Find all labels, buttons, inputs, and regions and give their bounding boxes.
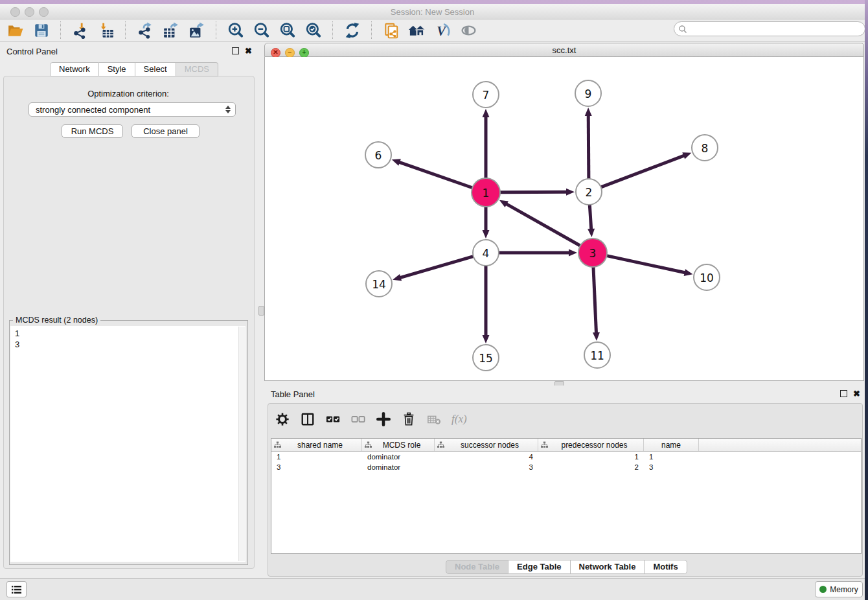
toolbar-separator [371,21,372,39]
graph-arrowhead [483,230,490,238]
optimization-criterion-select[interactable]: strongly connected component [29,102,236,117]
tab-select[interactable]: Select [135,62,176,76]
graph-edge-1-2[interactable] [500,192,568,192]
apply-layout-icon[interactable] [343,21,361,39]
graph-edge-1-6[interactable] [398,162,472,188]
maximize-icon[interactable]: + [299,48,309,58]
column-header-predecessor-nodes[interactable]: predecessor nodes [538,439,644,451]
graph-edge-4-14[interactable] [399,257,474,278]
float-panel-icon[interactable] [232,47,239,54]
run-mcds-button[interactable]: Run MCDS [62,124,123,138]
close-panel-button[interactable]: Close panel [131,124,200,138]
graph-node-label: 10 [700,271,714,284]
select-all-columns-icon[interactable] [325,411,341,427]
result-scrollbar[interactable] [238,327,246,561]
network-window-title: scc.txt [264,45,864,55]
graph-node-label: 8 [702,142,709,155]
graph-edge-3-1[interactable] [505,203,580,246]
tab-node-table[interactable]: Node Table [446,560,508,574]
shared-column-icon [274,441,281,448]
toolbar-separator [125,21,126,39]
memory-button[interactable]: Memory [815,581,863,597]
graph-edge-2-9[interactable] [588,114,589,179]
table-row[interactable]: 3 dominator 3 2 3 [271,462,861,472]
zoom-out-icon[interactable] [253,21,270,39]
graph-arrowhead [483,109,490,117]
tab-motifs[interactable]: Motifs [645,560,687,574]
tab-edge-table[interactable]: Edge Table [508,560,570,574]
column-header-shared-name[interactable]: shared name [271,439,362,451]
open-file-icon[interactable] [6,21,24,39]
graph-node-label: 9 [585,87,592,100]
table-settings-gear-icon[interactable] [275,411,290,427]
graph-node-label: 11 [590,349,604,362]
import-network-icon[interactable] [71,21,89,39]
show-all-networks-icon[interactable] [408,21,426,39]
table-row[interactable]: 1 dominator 4 1 1 [271,452,861,462]
zoom-fit-icon[interactable] [279,21,296,39]
column-header-successor-nodes[interactable]: successor nodes [435,439,538,451]
network-window-controls[interactable]: ✕−+ [271,45,314,58]
close-panel-icon[interactable]: ✖ [245,47,252,54]
tab-network-table[interactable]: Network Table [571,560,645,574]
import-table-icon[interactable] [97,21,115,39]
toggle-vizmapper-icon[interactable]: V [434,21,451,39]
status-bar [0,578,865,600]
save-session-icon[interactable] [32,21,50,39]
result-line: 1 [15,328,246,339]
node-table[interactable]: shared name MCDS role successor nodes pr… [271,438,862,554]
result-line: 3 [15,339,246,350]
toolbar-separator [216,21,216,39]
graph-edge-3-11[interactable] [593,267,597,334]
float-panel-icon[interactable] [840,390,847,397]
function-builder-icon: f(x) [451,413,467,426]
export-table-icon[interactable] [162,21,179,39]
toolbar-separator [60,21,61,39]
close-panel-icon[interactable]: ✖ [853,390,860,397]
close-icon[interactable]: ✕ [271,48,280,58]
zoom-in-icon[interactable] [227,21,244,39]
graph-arrowhead [393,274,402,281]
shared-column-icon [365,441,372,448]
tab-network[interactable]: Network [50,62,99,76]
graph-arrowhead [392,159,401,165]
vertical-splitter-handle[interactable] [258,306,264,316]
tab-style[interactable]: Style [99,62,135,76]
control-panel-tabs: Network Style Select MCDS [50,62,218,76]
unselect-all-columns-icon[interactable] [350,411,366,427]
desktop-edge-right [865,0,868,600]
graph-edge-2-3[interactable] [589,205,591,231]
graph-arrowhead [483,335,490,343]
memory-label: Memory [830,585,858,594]
column-header-mcds-role[interactable]: MCDS role [362,439,435,451]
create-column-plus-icon[interactable] [376,411,391,427]
hide-panel-eye-icon[interactable] [460,21,477,39]
graph-node-label: 2 [586,186,593,199]
tab-mcds[interactable]: MCDS [176,62,218,76]
shared-column-icon [437,441,444,448]
graph-edge-3-10[interactable] [607,256,687,273]
network-canvas[interactable]: 7968124314101511 [264,57,864,381]
zoom-selected-icon[interactable] [304,21,322,39]
window-title: Session: New Session [0,7,865,17]
graph-edge-2-8[interactable] [601,155,685,187]
export-network-icon[interactable] [136,21,154,39]
network-graph[interactable]: 7968124314101511 [265,57,863,380]
minimize-icon[interactable]: − [285,48,295,58]
mcds-result-textarea[interactable]: 1 3 [10,326,246,562]
show-task-history-button[interactable] [6,581,27,597]
graph-node-label: 4 [483,247,490,260]
show-columns-icon[interactable] [300,411,315,427]
search-input[interactable] [687,23,865,35]
delete-column-trash-icon[interactable] [401,411,417,427]
shared-column-icon [541,441,548,448]
graph-arrowhead [585,108,592,116]
column-header-name[interactable]: name [644,439,699,451]
graph-arrowhead [682,152,691,159]
graph-node-label: 7 [483,89,490,102]
search-field[interactable] [674,21,865,36]
export-image-icon[interactable] [188,21,205,39]
graph-arrowhead [569,249,577,257]
graph-node-label: 15 [479,352,493,365]
clone-network-icon[interactable] [382,21,400,39]
